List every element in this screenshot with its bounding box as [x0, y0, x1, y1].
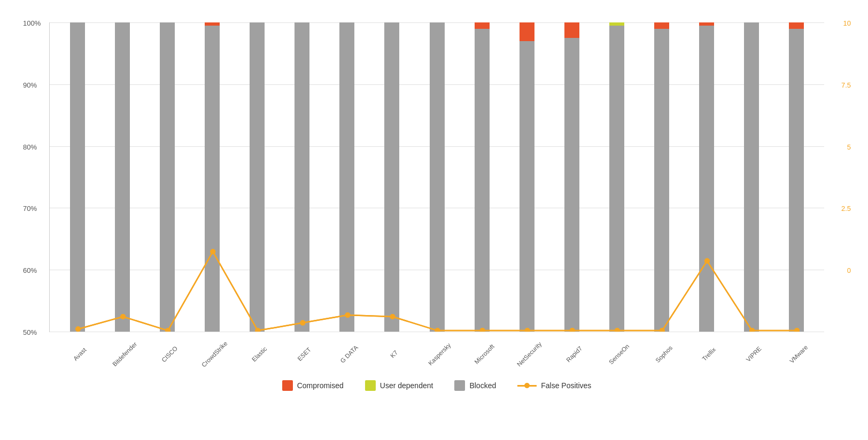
- bar-group-sophos: Sophos: [639, 22, 684, 332]
- segment-blocked: [475, 29, 490, 332]
- x-label-g-data: G DATA: [339, 344, 360, 364]
- bar-group-cisco: CISCO: [145, 22, 190, 332]
- legend-blocked: Blocked: [454, 380, 496, 391]
- bar-group-vmware: VMware: [774, 22, 819, 332]
- legend-fp: False Positives: [517, 381, 591, 390]
- legend-label-compromised: Compromised: [297, 381, 344, 390]
- segment-blocked: [564, 38, 579, 332]
- legend-user: User dependent: [365, 380, 433, 391]
- segment-blocked: [294, 22, 309, 332]
- bar-group-microsoft: Microsoft: [460, 22, 505, 332]
- segment-blocked: [339, 22, 354, 332]
- legend-line-fp: [517, 385, 537, 387]
- x-label-crowdstrike: CrowdStrike: [200, 340, 229, 368]
- segment-blocked: [160, 22, 175, 332]
- x-label-trellix: Trellix: [701, 346, 717, 362]
- bar-group-g-data: G DATA: [324, 22, 369, 332]
- segment-blocked: [205, 26, 220, 332]
- gridline-50: 50%: [50, 332, 824, 332]
- segment-blocked: [115, 22, 130, 332]
- x-label-microsoft: Microsoft: [473, 343, 495, 365]
- bar-group-k7: K7: [369, 22, 414, 332]
- legend-swatch-user: [365, 380, 376, 391]
- x-label-avast: Avast: [72, 347, 88, 362]
- segment-blocked: [654, 29, 669, 332]
- segment-blocked: [520, 41, 534, 332]
- segment-blocked: [789, 29, 804, 332]
- segment-blocked: [430, 22, 445, 332]
- y-right-5: 5: [847, 143, 851, 151]
- x-label-vipre: VIPRE: [745, 345, 763, 363]
- segment-blocked: [70, 22, 85, 332]
- bar-group-kaspersky: Kaspersky: [415, 22, 460, 332]
- legend-label-user: User dependent: [380, 381, 433, 390]
- y-label-90: 90%: [23, 81, 37, 89]
- bars-wrapper: AvastBitdefenderCISCOCrowdStrikeElasticE…: [50, 22, 824, 332]
- legend-swatch-compromised: [282, 380, 293, 391]
- segment-compromised: [654, 22, 669, 29]
- legend-swatch-blocked: [454, 380, 465, 391]
- segment-blocked: [384, 22, 399, 332]
- legend-compromised: Compromised: [282, 380, 344, 391]
- bar-group-avast: Avast: [55, 22, 100, 332]
- x-label-rapid7: Rapid7: [565, 345, 583, 363]
- y-label-70: 70%: [23, 205, 37, 213]
- y-right-25: 2.5: [841, 205, 851, 213]
- x-label-netsecurity: NetSecurity: [516, 341, 543, 368]
- x-label-vmware: VMware: [788, 344, 809, 364]
- y-label-80: 80%: [23, 143, 37, 151]
- segment-blocked: [744, 22, 759, 332]
- x-label-kaspersky: Kaspersky: [427, 342, 452, 366]
- y-label-50: 50%: [23, 328, 37, 336]
- x-label-senseon: SenseOn: [608, 343, 630, 365]
- y-right-10: 10: [843, 19, 851, 27]
- y-right-0: 0: [847, 266, 851, 274]
- legend-label-fp: False Positives: [541, 381, 591, 390]
- bar-group-bitdefender: Bitdefender: [100, 22, 145, 332]
- bar-group-trellix: Trellix: [684, 22, 729, 332]
- segment-blocked: [699, 26, 714, 332]
- bar-group-crowdstrike: CrowdStrike: [190, 22, 235, 332]
- bar-group-senseon: SenseOn: [594, 22, 639, 332]
- bar-group-rapid7: Rapid7: [549, 22, 594, 332]
- chart-container: 100% 10 90% 7.5 80% 5 70% 2.5 60% 0 50% …: [12, 12, 856, 428]
- bar-group-netsecurity: NetSecurity: [505, 22, 549, 332]
- bar-group-eset: ESET: [280, 22, 324, 332]
- x-label-sophos: Sophos: [654, 344, 673, 364]
- legend-label-blocked: Blocked: [469, 381, 496, 390]
- segment-blocked: [609, 26, 624, 332]
- y-right-75: 7.5: [841, 81, 851, 89]
- segment-blocked: [250, 22, 265, 332]
- segment-compromised: [520, 22, 534, 41]
- chart-area: 100% 10 90% 7.5 80% 5 70% 2.5 60% 0 50% …: [49, 22, 824, 332]
- segment-compromised: [475, 22, 490, 29]
- y-label-100: 100%: [23, 19, 41, 27]
- segment-compromised: [789, 22, 804, 29]
- legend: Compromised User dependent Blocked False…: [49, 380, 824, 391]
- x-label-cisco: CISCO: [160, 345, 179, 363]
- x-label-bitdefender: Bitdefender: [111, 341, 138, 367]
- segment-compromised: [564, 22, 579, 38]
- x-label-elastic: Elastic: [251, 345, 268, 363]
- x-label-k7: K7: [389, 349, 399, 359]
- y-label-60: 60%: [23, 266, 37, 274]
- bar-group-elastic: Elastic: [235, 22, 280, 332]
- x-label-eset: ESET: [297, 346, 313, 362]
- bar-group-vipre: VIPRE: [729, 22, 774, 332]
